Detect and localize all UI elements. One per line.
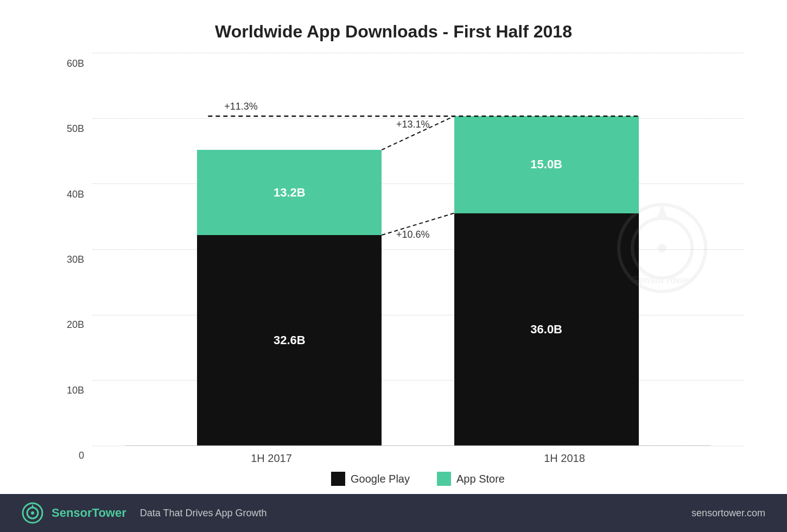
- footer-url: sensortower.com: [691, 508, 765, 519]
- y-label-60: 60B: [67, 58, 84, 69]
- bar-appstore: 13.2B: [197, 150, 382, 235]
- svg-marker-10: [657, 205, 668, 218]
- y-label-40: 40B: [67, 189, 84, 200]
- svg-text:+13.1%: +13.1%: [396, 119, 430, 130]
- bar-stack: 13.2B32.6B: [197, 150, 382, 446]
- bar-googleplay: 36.0B: [454, 213, 639, 446]
- legend-googleplay: Google Play: [331, 472, 410, 486]
- grid-line: [92, 183, 744, 184]
- y-label-50: 50B: [67, 123, 84, 135]
- legend-swatch-googleplay: [331, 472, 345, 486]
- grid-line: [92, 118, 744, 119]
- chart-plot: 13.2B32.6B15.0B36.0B +11.3% +13.1% +10.6…: [92, 53, 744, 494]
- chart-area: 60B 50B 40B 30B 20B 10B 0 13.2B32.6B15.0…: [0, 53, 787, 494]
- svg-point-9: [658, 244, 667, 252]
- grid-line: [92, 249, 744, 250]
- y-axis: 60B 50B 40B 30B 20B 10B 0: [54, 53, 92, 494]
- footer-brand: SensorTower: [52, 506, 126, 520]
- legend-label-googleplay: Google Play: [351, 473, 410, 485]
- legend: Google Play App Store: [92, 467, 744, 494]
- y-label-0: 0: [79, 450, 84, 461]
- bar-appstore: 15.0B: [454, 116, 639, 213]
- footer: SensorTower Data That Drives App Growth …: [0, 494, 787, 532]
- legend-appstore: App Store: [437, 472, 505, 486]
- svg-text:+10.6%: +10.6%: [396, 229, 430, 240]
- svg-point-8: [632, 218, 692, 278]
- grid-line: [92, 315, 744, 315]
- svg-text:SensorTower: SensorTower: [632, 275, 693, 286]
- chart-container: Worldwide App Downloads - First Half 201…: [0, 0, 787, 532]
- x-label-2018: 1H 2018: [472, 452, 657, 465]
- svg-line-2: [382, 116, 454, 150]
- svg-marker-15: [31, 504, 34, 508]
- grid-line: [92, 53, 744, 53]
- chart-title: Worldwide App Downloads - First Half 201…: [0, 0, 787, 53]
- bar-stack: 15.0B36.0B: [454, 116, 639, 446]
- x-label-2017: 1H 2017: [179, 452, 364, 465]
- grid-line: [92, 446, 744, 446]
- svg-text:+11.3%: +11.3%: [224, 101, 258, 112]
- footer-left: SensorTower Data That Drives App Growth: [22, 502, 267, 524]
- y-label-10: 10B: [67, 385, 84, 396]
- y-label-20: 20B: [67, 319, 84, 331]
- legend-swatch-appstore: [437, 472, 451, 486]
- footer-logo-icon: [22, 502, 43, 524]
- footer-tagline: Data That Drives App Growth: [140, 508, 267, 519]
- svg-point-14: [31, 511, 34, 515]
- legend-label-appstore: App Store: [456, 473, 505, 485]
- grid-and-bars: 13.2B32.6B15.0B36.0B +11.3% +13.1% +10.6…: [92, 53, 744, 446]
- svg-line-4: [382, 213, 454, 235]
- bar-googleplay: 32.6B: [197, 235, 382, 446]
- grid-line: [92, 380, 744, 381]
- y-label-30: 30B: [67, 254, 84, 265]
- x-axis: 1H 2017 1H 2018: [92, 446, 744, 467]
